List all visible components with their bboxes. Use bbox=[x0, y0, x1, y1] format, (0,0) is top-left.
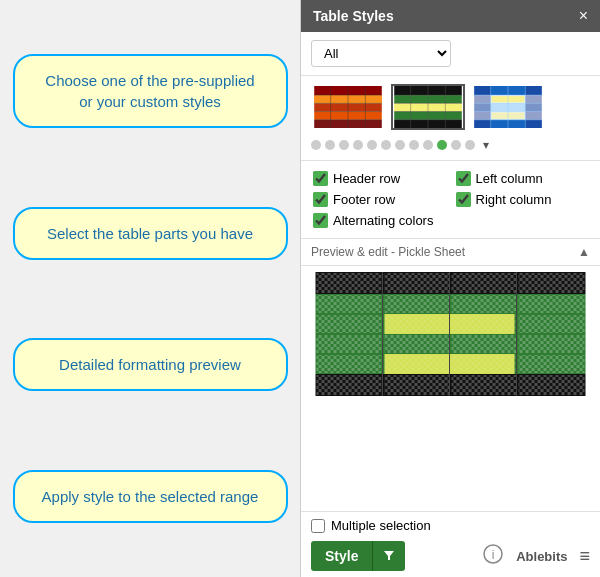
style-button[interactable]: Style bbox=[311, 541, 372, 571]
svg-rect-60 bbox=[452, 315, 517, 333]
filter-icon bbox=[383, 549, 395, 561]
pagination-next-arrow[interactable]: ▾ bbox=[483, 138, 489, 152]
callout-table-parts: Select the table parts you have bbox=[13, 207, 288, 260]
preview-content bbox=[301, 266, 600, 511]
checkboxes-section: Header row Left column Footer row Right … bbox=[301, 161, 600, 239]
preview-section: Preview & edit - Pickle Sheet ▲ bbox=[301, 239, 600, 511]
page-dot-7[interactable] bbox=[395, 140, 405, 150]
footer-row-checkbox[interactable] bbox=[313, 192, 328, 207]
left-column-option: Left column bbox=[456, 171, 589, 186]
header-row-checkbox[interactable] bbox=[313, 171, 328, 186]
left-column-label: Left column bbox=[476, 171, 543, 186]
page-dot-11[interactable] bbox=[451, 140, 461, 150]
multiple-selection-label: Multiple selection bbox=[331, 518, 431, 533]
collapse-icon[interactable]: ▲ bbox=[578, 245, 590, 259]
menu-icon[interactable]: ≡ bbox=[579, 546, 590, 567]
action-icons: i Ablebits ≡ bbox=[482, 543, 590, 570]
svg-marker-81 bbox=[384, 551, 394, 560]
svg-rect-66 bbox=[519, 335, 585, 353]
bottom-bar: Multiple selection Style i bbox=[301, 511, 600, 577]
svg-rect-77 bbox=[519, 375, 585, 395]
style-filter-dropdown[interactable]: All Custom Light Medium Dark bbox=[311, 40, 451, 67]
svg-rect-55 bbox=[519, 295, 585, 313]
svg-rect-52 bbox=[317, 295, 382, 313]
page-dot-5[interactable] bbox=[367, 140, 377, 150]
thumbnails-area: ▾ bbox=[301, 76, 600, 161]
svg-rect-33 bbox=[474, 86, 490, 128]
alternating-colors-label: Alternating colors bbox=[333, 213, 433, 228]
preview-header: Preview & edit - Pickle Sheet ▲ bbox=[301, 239, 600, 266]
callout-apply-style: Apply style to the selected range bbox=[13, 470, 288, 523]
alternating-colors-option: Alternating colors bbox=[313, 213, 588, 228]
right-column-checkbox[interactable] bbox=[456, 192, 471, 207]
style-thumbnail-1[interactable] bbox=[311, 84, 385, 130]
svg-rect-64 bbox=[385, 335, 450, 353]
info-icon[interactable]: i bbox=[482, 543, 504, 570]
action-bar: Style i Ablebits ≡ bbox=[311, 541, 590, 571]
svg-rect-58 bbox=[317, 315, 382, 333]
brand-label: Ablebits bbox=[516, 549, 567, 564]
left-column-checkbox[interactable] bbox=[456, 171, 471, 186]
svg-rect-61 bbox=[519, 315, 585, 333]
multiple-selection-checkbox[interactable] bbox=[311, 519, 325, 533]
svg-rect-74 bbox=[317, 375, 382, 395]
panel-title: Table Styles bbox=[313, 8, 394, 24]
header-row-option: Header row bbox=[313, 171, 446, 186]
style-thumbnail-3[interactable] bbox=[471, 84, 545, 130]
svg-rect-34 bbox=[525, 86, 541, 128]
checkbox-grid: Header row Left column Footer row Right … bbox=[313, 171, 588, 228]
page-dot-6[interactable] bbox=[381, 140, 391, 150]
svg-rect-50 bbox=[519, 273, 585, 293]
svg-rect-65 bbox=[452, 335, 517, 353]
footer-row-label: Footer row bbox=[333, 192, 395, 207]
svg-rect-49 bbox=[452, 273, 517, 293]
page-dot-10[interactable] bbox=[437, 140, 447, 150]
left-panel: Choose one of the pre-supplied or your c… bbox=[0, 0, 300, 577]
svg-rect-72 bbox=[519, 355, 585, 373]
page-dot-1[interactable] bbox=[311, 140, 321, 150]
thumbnails-row bbox=[311, 84, 590, 130]
panel-body: All Custom Light Medium Dark bbox=[301, 32, 600, 577]
panel-header: Table Styles × bbox=[301, 0, 600, 32]
header-row-label: Header row bbox=[333, 171, 400, 186]
page-dot-8[interactable] bbox=[409, 140, 419, 150]
info-svg-icon: i bbox=[482, 543, 504, 565]
svg-rect-75 bbox=[385, 375, 450, 395]
svg-rect-63 bbox=[317, 335, 382, 353]
callout-choose-style: Choose one of the pre-supplied or your c… bbox=[13, 54, 288, 128]
pagination-dots: ▾ bbox=[311, 138, 590, 152]
right-column-option: Right column bbox=[456, 192, 589, 207]
dropdown-row: All Custom Light Medium Dark bbox=[301, 32, 600, 76]
page-dot-4[interactable] bbox=[353, 140, 363, 150]
style-button-group: Style bbox=[311, 541, 405, 571]
footer-row-option: Footer row bbox=[313, 192, 446, 207]
svg-rect-71 bbox=[452, 355, 517, 373]
svg-rect-53 bbox=[385, 295, 450, 313]
svg-rect-76 bbox=[452, 375, 517, 395]
svg-text:i: i bbox=[492, 548, 495, 562]
close-button[interactable]: × bbox=[579, 8, 588, 24]
style-thumbnail-2[interactable] bbox=[391, 84, 465, 130]
alternating-colors-checkbox[interactable] bbox=[313, 213, 328, 228]
svg-rect-70 bbox=[385, 355, 450, 373]
svg-rect-59 bbox=[385, 315, 450, 333]
preview-table-svg bbox=[311, 272, 590, 402]
svg-rect-69 bbox=[317, 355, 382, 373]
right-panel: Table Styles × All Custom Light Medium D… bbox=[300, 0, 600, 577]
page-dot-12[interactable] bbox=[465, 140, 475, 150]
preview-title: Preview & edit - Pickle Sheet bbox=[311, 245, 465, 259]
svg-rect-54 bbox=[452, 295, 517, 313]
page-dot-3[interactable] bbox=[339, 140, 349, 150]
svg-rect-48 bbox=[385, 273, 450, 293]
callout-formatting-preview: Detailed formatting preview bbox=[13, 338, 288, 391]
right-column-label: Right column bbox=[476, 192, 552, 207]
multiple-selection-row: Multiple selection bbox=[311, 518, 590, 533]
page-dot-2[interactable] bbox=[325, 140, 335, 150]
page-dot-9[interactable] bbox=[423, 140, 433, 150]
filter-button[interactable] bbox=[372, 541, 405, 571]
svg-rect-47 bbox=[317, 273, 382, 293]
